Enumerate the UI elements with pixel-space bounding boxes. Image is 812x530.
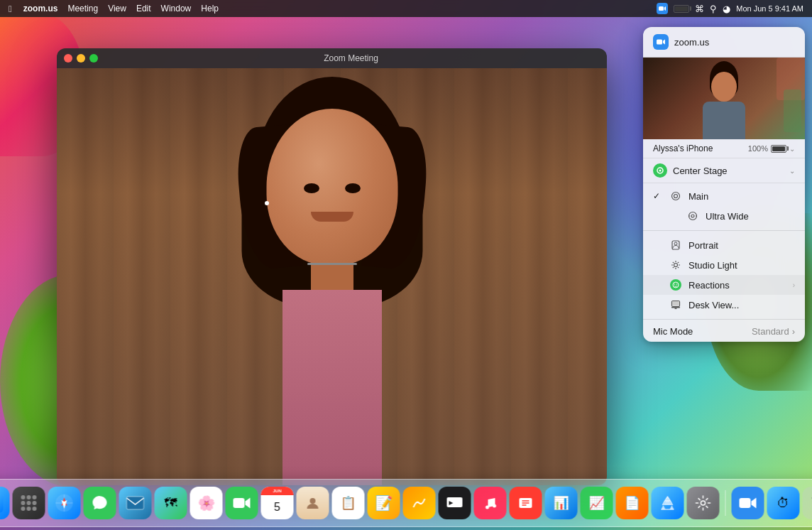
svg-point-40 — [33, 507, 37, 511]
desktop:  zoom.us Meeting View Edit Window Help … — [0, 0, 812, 530]
dock-system-prefs[interactable] — [687, 487, 720, 519]
camera-ultrawide-item[interactable]: Ultra Wide — [643, 206, 805, 226]
menu-app-name[interactable]: zoom.us — [23, 4, 58, 13]
dock-calendar[interactable]: JUN 5 — [261, 487, 294, 519]
battery-percentage: 100% — [748, 144, 768, 153]
dock-numbers[interactable]: 📈 — [581, 487, 613, 519]
control-center-icon[interactable]: ◕ — [723, 4, 730, 14]
center-stage-chevron-icon: ⌄ — [789, 167, 795, 175]
popup-app-name: zoom.us — [674, 37, 709, 48]
dock-screentime[interactable]: ⏱ — [767, 487, 800, 519]
desk-view-icon — [670, 299, 681, 310]
camera-main-icon — [670, 190, 681, 202]
zoom-titlebar: Zoom Meeting — [57, 48, 607, 68]
menubar:  zoom.us Meeting View Edit Window Help … — [0, 0, 812, 17]
dock-photos[interactable]: 🌸 — [190, 487, 223, 519]
desk-view-label: Desk View... — [688, 300, 795, 310]
dock: 😁 — [0, 479, 812, 527]
dock-contacts[interactable] — [297, 487, 329, 519]
center-stage-icon — [653, 163, 667, 178]
divider-1 — [643, 230, 805, 231]
mic-mode-label: Mic Mode — [653, 326, 746, 337]
video-feed — [57, 68, 607, 485]
divider-2 — [643, 319, 805, 320]
portrait-icon — [670, 239, 681, 251]
dock-freeform[interactable] — [403, 487, 436, 519]
camera-effects-dropdown: zoom.us Alyssa's iPhone 100% ⌄ — [643, 27, 805, 342]
camera-main-item[interactable]: ✓ Main — [643, 186, 805, 206]
svg-point-23 — [676, 283, 677, 284]
dock-tv[interactable]: ▶ — [439, 487, 471, 519]
dock-notes[interactable]: 📝 — [368, 487, 400, 519]
reactions-icon — [670, 279, 681, 291]
device-name: Alyssa's iPhone — [653, 144, 713, 153]
device-row[interactable]: Alyssa's iPhone 100% ⌄ — [643, 139, 805, 158]
studio-light-item[interactable]: Studio Light — [643, 255, 805, 275]
window-title: Zoom Meeting — [102, 53, 600, 63]
portrait-label: Portrait — [688, 240, 795, 251]
desk-view-item[interactable]: Desk View... — [643, 295, 805, 315]
dock-music[interactable] — [474, 487, 507, 519]
apple-logo-icon[interactable]:  — [9, 4, 12, 14]
checkmark-icon: ✓ — [653, 191, 663, 201]
dock-zoom[interactable] — [732, 487, 764, 519]
menu-edit[interactable]: Edit — [136, 4, 151, 13]
zoom-meeting-window: Zoom Meeting — [57, 48, 607, 485]
svg-point-34 — [33, 495, 37, 499]
svg-rect-0 — [659, 6, 664, 11]
menu-help[interactable]: Help — [201, 4, 219, 13]
svg-point-32 — [21, 495, 26, 499]
dock-mail[interactable] — [119, 487, 152, 519]
svg-line-19 — [678, 262, 679, 263]
svg-point-36 — [27, 501, 31, 505]
mic-mode-row[interactable]: Mic Mode Standard › — [643, 321, 805, 342]
zoom-app-icon — [653, 34, 669, 50]
zoom-status-icon[interactable] — [657, 3, 668, 14]
effects-section: Portrait — [643, 232, 805, 318]
dock-facetime[interactable] — [226, 487, 258, 519]
svg-point-5 — [674, 195, 678, 198]
dock-finder[interactable]: 😁 — [0, 487, 10, 519]
dock-maps[interactable]: 🗺 — [155, 487, 187, 519]
menu-window[interactable]: Window — [161, 4, 192, 13]
svg-point-57 — [701, 501, 706, 505]
dock-reminders[interactable]: 📋 — [332, 487, 365, 519]
dock-news[interactable] — [510, 487, 542, 519]
menu-meeting[interactable]: Meeting — [67, 4, 98, 13]
mic-mode-current: Standard — [752, 326, 789, 337]
reactions-chevron-icon: › — [793, 281, 795, 289]
svg-point-6 — [689, 212, 697, 220]
dock-keynote[interactable]: 📊 — [545, 487, 578, 519]
dock-trash[interactable] — [803, 487, 813, 519]
close-button[interactable] — [64, 54, 72, 63]
device-battery: 100% ⌄ — [748, 144, 795, 153]
svg-rect-47 — [234, 498, 245, 508]
svg-rect-46 — [127, 497, 144, 509]
dock-launchpad[interactable] — [13, 487, 45, 519]
svg-point-7 — [691, 215, 694, 217]
dock-separator — [725, 490, 726, 516]
reactions-label: Reactions — [688, 280, 786, 291]
center-stage-row[interactable]: Center Stage ⌄ — [643, 158, 805, 183]
camera-ultrawide-icon — [687, 210, 698, 222]
minimize-button[interactable] — [77, 54, 85, 63]
mic-mode-chevron-icon: › — [792, 326, 795, 337]
dock-messages[interactable] — [84, 487, 116, 519]
menu-view[interactable]: View — [108, 4, 126, 13]
svg-point-4 — [672, 193, 680, 200]
svg-line-20 — [673, 267, 674, 268]
svg-point-12 — [674, 264, 678, 267]
calendar-date: 5 — [274, 501, 280, 514]
svg-point-48 — [310, 498, 316, 504]
svg-rect-26 — [671, 307, 680, 308]
reactions-item[interactable]: Reactions › — [643, 275, 805, 295]
svg-point-37 — [33, 501, 37, 505]
battery-icon — [674, 5, 689, 13]
maximize-button[interactable] — [89, 54, 98, 63]
dock-safari[interactable] — [48, 487, 81, 519]
portrait-item[interactable]: Portrait — [643, 235, 805, 255]
search-icon[interactable]: ⚲ — [710, 4, 717, 14]
svg-rect-58 — [740, 498, 751, 508]
dock-pages[interactable]: 📄 — [616, 487, 649, 519]
dock-appstore[interactable] — [652, 487, 684, 519]
